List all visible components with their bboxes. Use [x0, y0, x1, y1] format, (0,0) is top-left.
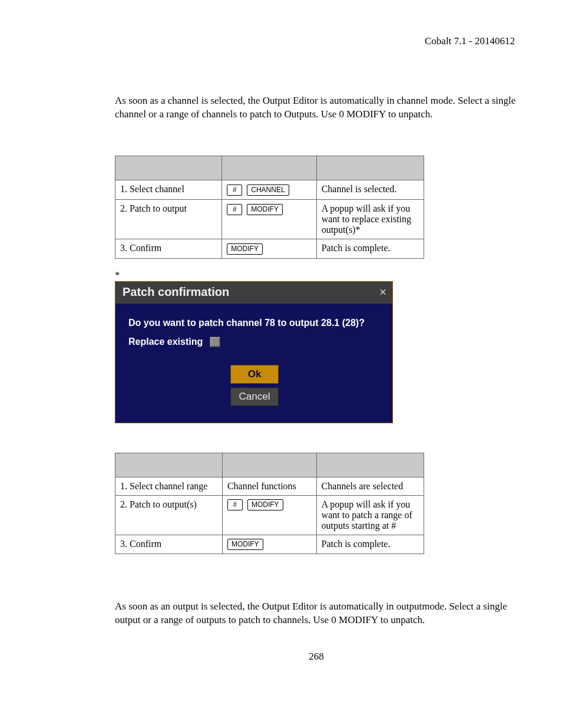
patch-confirmation-dialog: Patch confirmation × Do you want to patc… — [115, 281, 393, 423]
cancel-button[interactable]: Cancel — [230, 387, 279, 406]
steps-table-2: 1. Select channel range Channel function… — [115, 453, 424, 555]
keycap: CHANNEL — [247, 185, 289, 196]
doc-header: Cobalt 7.1 - 20140612 — [425, 35, 515, 47]
table-row: 3. Confirm MODIFY Patch is complete. — [115, 535, 424, 554]
keycap: # — [227, 204, 242, 215]
page-number: 268 — [115, 651, 518, 663]
asterisk-note: * — [115, 269, 518, 281]
close-icon[interactable]: × — [379, 285, 386, 299]
table-row: 1. Select channel range Channel function… — [115, 477, 424, 495]
table-row: 2. Patch to output(s) # MODIFY A popup w… — [115, 495, 424, 535]
table-row: 3. Confirm MODIFY Patch is complete. — [115, 239, 424, 258]
keycap: MODIFY — [247, 204, 283, 215]
steps-table-1: 1. Select channel # CHANNEL Channel is s… — [115, 156, 424, 259]
replace-existing-checkbox[interactable] — [210, 337, 220, 347]
table-row: 2. Patch to output # MODIFY A popup will… — [115, 199, 424, 239]
replace-existing-label: Replace existing — [128, 337, 203, 347]
keycap: MODIFY — [227, 539, 263, 550]
keycap: MODIFY — [247, 499, 283, 510]
dialog-question: Do you want to patch channel 78 to outpu… — [128, 318, 381, 328]
table-row: 1. Select channel # CHANNEL Channel is s… — [115, 180, 424, 199]
keycap: MODIFY — [227, 243, 263, 255]
keycap: # — [227, 185, 242, 196]
keycap: # — [227, 499, 243, 510]
intro-paragraph-2: As soon as an output is selected, the Ou… — [115, 600, 518, 627]
ok-button[interactable]: Ok — [230, 365, 279, 384]
dialog-title-text: Patch confirmation — [123, 285, 229, 299]
intro-paragraph-1: As soon as a channel is selected, the Ou… — [115, 94, 518, 121]
